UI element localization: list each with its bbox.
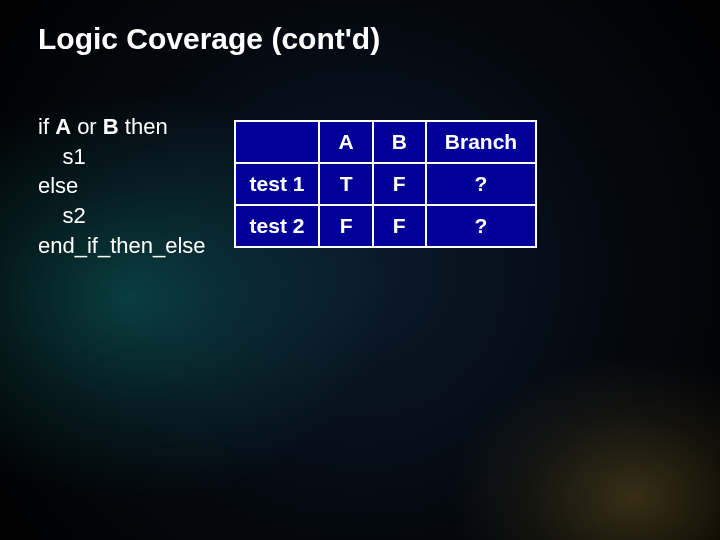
slide-content: if A or B then s1 else s2 end_if_then_el… xyxy=(38,112,682,260)
table-row: test 2 F F ? xyxy=(235,205,537,247)
table-row: test 1 T F ? xyxy=(235,163,537,205)
table-cell-branch: ? xyxy=(426,163,536,205)
code-line-end: end_if_then_else xyxy=(38,233,206,258)
table-header-blank xyxy=(235,121,320,163)
logic-table: A B Branch test 1 T F ? test 2 F F ? xyxy=(234,120,538,248)
code-kw-then: then xyxy=(119,114,168,139)
code-line-s2: s2 xyxy=(38,203,86,228)
table-cell-b: F xyxy=(373,163,426,205)
table-row-label: test 2 xyxy=(235,205,320,247)
table-header-row: A B Branch xyxy=(235,121,537,163)
code-kw-if: if xyxy=(38,114,55,139)
code-line-else: else xyxy=(38,173,78,198)
slide-title: Logic Coverage (cont'd) xyxy=(38,22,682,56)
table-cell-b: F xyxy=(373,205,426,247)
code-var-a: A xyxy=(55,114,71,139)
table-cell-a: F xyxy=(319,205,372,247)
slide: Logic Coverage (cont'd) if A or B then s… xyxy=(0,0,720,540)
code-var-b: B xyxy=(103,114,119,139)
table-header-b: B xyxy=(373,121,426,163)
table-cell-a: T xyxy=(319,163,372,205)
table-header-a: A xyxy=(319,121,372,163)
code-block: if A or B then s1 else s2 end_if_then_el… xyxy=(38,112,206,260)
table-row-label: test 1 xyxy=(235,163,320,205)
table-cell-branch: ? xyxy=(426,205,536,247)
logic-table-wrap: A B Branch test 1 T F ? test 2 F F ? xyxy=(234,120,538,248)
code-line-s1: s1 xyxy=(38,144,86,169)
table-header-branch: Branch xyxy=(426,121,536,163)
code-kw-or: or xyxy=(71,114,103,139)
